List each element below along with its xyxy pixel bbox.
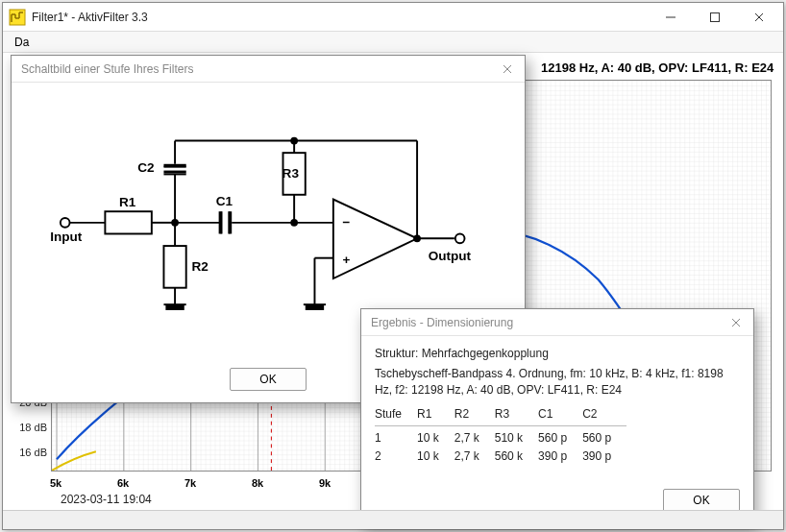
window-buttons [649,4,781,31]
svg-rect-2 [711,12,720,21]
result-dialog-titlebar[interactable]: Ergebnis - Dimensionierung [361,309,753,336]
svg-text:R3: R3 [282,166,300,181]
svg-text:Output: Output [429,249,472,263]
main-titlebar[interactable]: Filter1* - AktivFilter 3.3 [3,3,783,32]
col-c2: C2 [582,405,626,425]
window-title: Filter1* - AktivFilter 3.3 [32,11,148,24]
table-header-row: Stufe R1 R2 R3 C1 C2 [375,405,626,425]
chart-summary: 12198 Hz, A: 40 dB, OPV: LF411, R: E24 [541,60,774,75]
svg-text:R2: R2 [192,259,209,274]
result-dialog-title: Ergebnis - Dimensionierung [371,316,723,329]
result-ok-button[interactable]: OK [663,489,740,512]
schematic-diagram: .wire { stroke:#000; stroke-width:2; fil… [25,92,511,344]
col-r3: R3 [495,405,538,425]
svg-rect-42 [219,211,222,233]
maximize-button[interactable] [693,4,737,31]
close-button[interactable] [737,4,781,31]
col-stufe: Stufe [375,405,417,425]
x-tick: 9k [319,477,331,489]
svg-rect-22 [165,304,184,310]
app-icon [9,9,26,26]
x-tick: 8k [252,477,263,489]
minimize-button[interactable] [649,4,693,31]
menubar[interactable]: Da [3,32,783,53]
svg-rect-13 [105,211,151,233]
col-r1: R1 [417,405,454,425]
svg-rect-26 [163,171,185,174]
y-tick: 18 dB [11,422,47,433]
table-row: 1 10 k 2,7 k 510 k 560 p 560 p [375,426,626,447]
svg-text:Input: Input [50,230,83,244]
svg-rect-27 [163,164,185,167]
svg-point-10 [61,218,70,228]
x-tick: 7k [184,477,196,489]
y-tick: 16 dB [11,447,47,458]
svg-rect-52 [306,304,324,310]
menu-item[interactable]: Da [7,34,37,51]
svg-text:R1: R1 [119,195,136,209]
col-r2: R2 [454,405,495,425]
svg-point-54 [413,234,421,242]
x-tick: 5k [50,477,61,489]
schematic-ok-button[interactable]: OK [230,368,307,391]
result-dialog-close-button[interactable] [723,311,749,334]
svg-text:+: + [343,253,351,267]
result-body: Struktur: Mehrfachgegenkopplung Tschebys… [361,336,753,479]
app-window: Filter1* - AktivFilter 3.3 Da 12198 Hz, … [2,2,784,530]
svg-rect-1 [666,16,675,17]
chart-timestamp: 2023-03-11 19:04 [61,493,152,506]
result-description: Tschebyscheff-Bandpass 4. Ordnung, fm: 1… [375,366,740,399]
structure-value: Mehrfachgegenkopplung [422,347,549,360]
svg-rect-18 [163,246,185,288]
svg-text:C1: C1 [216,194,233,208]
schematic-dialog-titlebar[interactable]: Schaltbild einer Stufe Ihres Filters [12,56,525,83]
svg-text:C2: C2 [137,160,154,175]
svg-point-55 [455,233,465,243]
structure-label: Struktur: [375,347,418,360]
svg-rect-43 [229,211,232,233]
result-dialog[interactable]: Ergebnis - Dimensionierung Struktur: Meh… [360,308,754,524]
status-bar [3,510,783,529]
col-c1: C1 [538,405,582,425]
client-area: 12198 Hz, A: 40 dB, OPV: LF411, R: E24 2… [3,53,783,529]
schematic-dialog-title: Schaltbild einer Stufe Ihres Filters [21,62,494,76]
schematic-dialog-close-button[interactable] [494,58,521,81]
x-tick: 6k [117,477,129,489]
result-table: Stufe R1 R2 R3 C1 C2 1 10 k 2,7 k [375,405,626,465]
table-row: 2 10 k 2,7 k 560 k 390 p 390 p [375,447,626,466]
svg-text:−: − [343,215,351,230]
